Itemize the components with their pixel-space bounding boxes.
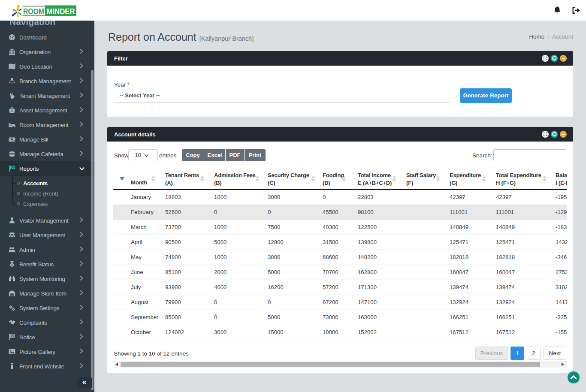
svg-text:MINDER: MINDER <box>47 7 75 16</box>
svg-text:ROOM: ROOM <box>23 7 44 16</box>
